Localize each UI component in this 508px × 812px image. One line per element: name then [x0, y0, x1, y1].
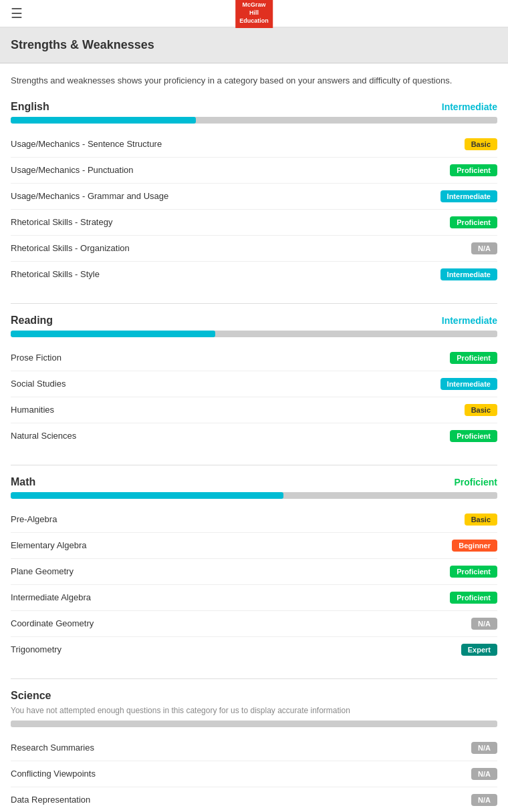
status-badge: Intermediate: [440, 190, 497, 202]
status-badge: N/A: [471, 742, 497, 754]
section-header-english: English Intermediate: [11, 101, 497, 113]
section-title-science: Science: [11, 690, 51, 702]
status-badge: Proficient: [450, 352, 497, 364]
subcategory-name: Usage/Mechanics - Sentence Structure: [11, 139, 162, 149]
section-level-math: Proficient: [454, 477, 497, 487]
status-badge: Expert: [461, 644, 497, 656]
subcategory-name: Conflicting Viewpoints: [11, 769, 96, 779]
table-row: Natural Sciences Proficient: [11, 423, 497, 449]
logo-container: McGrawHillEducation: [235, 0, 273, 28]
status-badge: Intermediate: [440, 268, 497, 280]
section-title-reading: Reading: [11, 315, 53, 327]
table-row: Research Summaries N/A: [11, 735, 497, 761]
status-badge: N/A: [471, 794, 497, 806]
subcategory-name: Usage/Mechanics - Punctuation: [11, 165, 134, 175]
section-header-math: Math Proficient: [11, 476, 497, 488]
app-container: ☰ McGrawHillEducation Strengths & Weakne…: [0, 0, 508, 812]
section-science: Science You have not attempted enough qu…: [11, 690, 497, 813]
status-badge: Intermediate: [440, 378, 497, 390]
progress-bar-math: [11, 492, 497, 499]
logo: McGrawHillEducation: [235, 0, 273, 28]
table-row: Plane Geometry Proficient: [11, 559, 497, 585]
section-header-reading: Reading Intermediate: [11, 315, 497, 327]
status-badge: Proficient: [450, 592, 497, 604]
section-english: English Intermediate Usage/Mechanics - S…: [11, 101, 497, 287]
status-badge: Basic: [465, 404, 497, 416]
divider: [11, 678, 497, 679]
subcategory-name: Humanities: [11, 405, 54, 415]
table-row: Prose Fiction Proficient: [11, 345, 497, 371]
status-badge: Basic: [465, 514, 497, 526]
subcategory-name: Natural Sciences: [11, 431, 76, 441]
status-badge: Proficient: [450, 164, 497, 176]
description: Strengths and weaknesses shows your prof…: [11, 74, 497, 87]
table-row: Rhetorical Skills - Organization N/A: [11, 236, 497, 262]
subcategory-name: Prose Fiction: [11, 353, 61, 363]
status-badge: Proficient: [450, 566, 497, 578]
subcategory-name: Rhetorical Skills - Strategy: [11, 217, 112, 227]
subcategories-reading: Prose Fiction Proficient Social Studies …: [11, 345, 497, 449]
status-badge: N/A: [471, 618, 497, 630]
no-data-science: You have not attempted enough questions …: [11, 706, 497, 715]
subcategory-name: Trigonometry: [11, 644, 61, 654]
subcategory-name: Social Studies: [11, 379, 66, 389]
progress-bar-reading: [11, 331, 497, 337]
header: ☰ McGrawHillEducation: [0, 0, 508, 27]
table-row: Data Representation N/A: [11, 787, 497, 813]
page-title-bar: Strengths & Weaknesses: [0, 27, 508, 63]
table-row: Rhetorical Skills - Strategy Proficient: [11, 210, 497, 236]
subcategory-name: Rhetorical Skills - Style: [11, 269, 100, 279]
section-title-english: English: [11, 101, 49, 113]
progress-fill-math: [11, 492, 283, 499]
page-title: Strengths & Weaknesses: [11, 38, 497, 52]
table-row: Conflicting Viewpoints N/A: [11, 761, 497, 787]
progress-fill-english: [11, 117, 196, 124]
section-header-science: Science: [11, 690, 497, 702]
divider: [11, 465, 497, 465]
table-row: Social Studies Intermediate: [11, 371, 497, 397]
status-badge: N/A: [471, 768, 497, 780]
table-row: Trigonometry Expert: [11, 637, 497, 662]
status-badge: Proficient: [450, 430, 497, 442]
table-row: Humanities Basic: [11, 397, 497, 423]
status-badge: Beginner: [452, 540, 497, 552]
subcategories-science: Research Summaries N/A Conflicting Viewp…: [11, 735, 497, 813]
menu-icon[interactable]: ☰: [11, 5, 23, 21]
table-row: Intermediate Algebra Proficient: [11, 585, 497, 611]
section-level-reading: Intermediate: [442, 315, 497, 326]
section-level-english: Intermediate: [442, 102, 497, 112]
subcategory-name: Research Summaries: [11, 743, 94, 753]
subcategory-name: Usage/Mechanics - Grammar and Usage: [11, 191, 168, 201]
status-badge: N/A: [471, 242, 497, 254]
subcategory-name: Coordinate Geometry: [11, 618, 94, 628]
table-row: Elementary Algebra Beginner: [11, 533, 497, 559]
table-row: Usage/Mechanics - Sentence Structure Bas…: [11, 132, 497, 158]
progress-bar-english: [11, 117, 497, 124]
divider: [11, 303, 497, 304]
status-badge: Proficient: [450, 216, 497, 228]
subcategories-english: Usage/Mechanics - Sentence Structure Bas…: [11, 132, 497, 287]
subcategories-math: Pre-Algebra Basic Elementary Algebra Beg…: [11, 507, 497, 662]
section-reading: Reading Intermediate Prose Fiction Profi…: [11, 315, 497, 449]
status-badge: Basic: [465, 138, 497, 150]
table-row: Coordinate Geometry N/A: [11, 611, 497, 637]
subcategory-name: Data Representation: [11, 795, 90, 805]
table-row: Pre-Algebra Basic: [11, 507, 497, 533]
content: Strengths and weaknesses shows your prof…: [0, 63, 508, 812]
subcategory-name: Intermediate Algebra: [11, 592, 91, 602]
progress-bar-science: [11, 721, 497, 727]
subcategory-name: Pre-Algebra: [11, 514, 57, 524]
subcategory-name: Elementary Algebra: [11, 540, 86, 550]
table-row: Usage/Mechanics - Grammar and Usage Inte…: [11, 184, 497, 210]
table-row: Rhetorical Skills - Style Intermediate: [11, 262, 497, 287]
subcategory-name: Rhetorical Skills - Organization: [11, 243, 130, 253]
subcategory-name: Plane Geometry: [11, 566, 74, 576]
section-title-math: Math: [11, 476, 35, 488]
section-math: Math Proficient Pre-Algebra Basic Elemen…: [11, 476, 497, 662]
progress-fill-reading: [11, 331, 215, 337]
table-row: Usage/Mechanics - Punctuation Proficient: [11, 158, 497, 184]
